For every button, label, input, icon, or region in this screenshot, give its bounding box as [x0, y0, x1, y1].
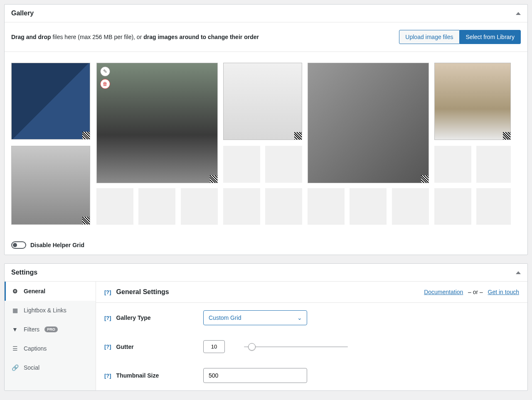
gear-icon: ⚙ — [11, 287, 19, 295]
settings-title: Settings — [11, 269, 37, 276]
grid-cell[interactable] — [350, 188, 387, 225]
nav-captions[interactable]: ☰ Captions — [5, 339, 96, 358]
grid-cell[interactable] — [476, 188, 511, 225]
collapse-icon[interactable] — [516, 271, 521, 274]
delete-image-icon[interactable]: 🗑 — [100, 79, 110, 89]
help-icon[interactable]: [?] — [104, 373, 111, 379]
grid-cell[interactable] — [223, 146, 260, 183]
gallery-image-6[interactable] — [434, 63, 511, 140]
nav-general[interactable]: ⚙ General — [5, 282, 96, 301]
gallery-image-4[interactable] — [223, 63, 302, 140]
upload-buttons: Upload image files Select from Library — [399, 30, 521, 44]
gutter-label: Gutter — [116, 344, 134, 350]
gallery-image-2[interactable] — [11, 146, 90, 225]
helper-grid-label: Disable Helper Grid — [30, 242, 84, 248]
select-library-button[interactable]: Select from Library — [460, 30, 521, 44]
resize-handle-icon[interactable] — [503, 132, 510, 140]
settings-panel: Settings ⚙ General ▦ Lightbox & Links ▼ … — [4, 263, 528, 391]
link-sep: – or – — [468, 289, 483, 295]
upload-files-button[interactable]: Upload image files — [399, 30, 459, 44]
gallery-dropzone[interactable]: ✎ 🗑 — [5, 52, 527, 236]
grid-cell[interactable] — [223, 188, 260, 225]
gutter-input[interactable] — [203, 340, 225, 353]
nav-general-label: General — [24, 288, 45, 294]
general-heading-row: [?] General Settings Documentation – or … — [96, 282, 527, 303]
grid-cell[interactable] — [434, 146, 471, 183]
gallery-type-row: [?] Gallery Type Custom Grid ⌄ — [96, 303, 527, 333]
gallery-panel: Gallery Drag and drop files here (max 25… — [4, 4, 528, 255]
upload-row: Drag and drop files here (max 256 MB per… — [5, 22, 527, 52]
help-icon[interactable]: [?] — [104, 344, 111, 350]
settings-body: ⚙ General ▦ Lightbox & Links ▼ Filters P… — [5, 282, 527, 390]
nav-filters[interactable]: ▼ Filters PRO — [5, 320, 96, 339]
grid-cell[interactable] — [476, 146, 511, 183]
grid-cell[interactable] — [308, 188, 345, 225]
upload-instructions: Drag and drop files here (max 256 MB per… — [11, 34, 259, 40]
grid-cell[interactable] — [265, 146, 302, 183]
drag-mid: files here (max 256 MB per file), or — [51, 34, 144, 40]
nav-lightbox-label: Lightbox & Links — [24, 307, 66, 314]
grid-cell[interactable] — [96, 188, 133, 225]
captions-icon: ☰ — [11, 345, 19, 352]
gallery-header: Gallery — [5, 5, 527, 22]
gallery-title: Gallery — [11, 10, 34, 17]
drag-prefix: Drag and drop — [11, 34, 51, 40]
settings-header: Settings — [5, 264, 527, 282]
resize-handle-icon[interactable] — [210, 175, 217, 183]
pro-badge: PRO — [44, 326, 58, 332]
nav-social[interactable]: 🔗 Social — [5, 358, 96, 377]
help-icon[interactable]: [?] — [104, 315, 111, 321]
grid-cell[interactable] — [392, 188, 429, 225]
gallery-image-1[interactable] — [11, 63, 90, 140]
grid-cell[interactable] — [265, 188, 302, 225]
contact-link[interactable]: Get in touch — [488, 289, 520, 295]
filter-icon: ▼ — [11, 326, 19, 333]
nav-captions-label: Captions — [24, 345, 47, 352]
drag-suffix: drag images around to change their order — [143, 34, 259, 40]
settings-sidebar: ⚙ General ▦ Lightbox & Links ▼ Filters P… — [5, 282, 96, 390]
helper-grid-row: Disable Helper Grid — [5, 236, 527, 255]
nav-filters-label: Filters — [24, 326, 39, 333]
nav-lightbox[interactable]: ▦ Lightbox & Links — [5, 301, 96, 320]
link-icon: 🔗 — [11, 364, 19, 371]
general-heading-label: General Settings — [116, 288, 169, 296]
helper-grid-toggle[interactable] — [11, 241, 26, 249]
general-heading: [?] General Settings — [104, 288, 169, 296]
resize-handle-icon[interactable] — [82, 217, 90, 224]
resize-handle-icon[interactable] — [421, 175, 429, 183]
resize-handle-icon[interactable] — [294, 132, 302, 140]
thumbnail-label: Thumbnail Size — [116, 372, 159, 379]
nav-social-label: Social — [24, 364, 39, 371]
grid-cell[interactable] — [434, 188, 471, 225]
thumbnail-input[interactable] — [203, 368, 307, 383]
collapse-icon[interactable] — [516, 12, 521, 15]
gutter-slider[interactable] — [244, 343, 348, 351]
thumbnail-row: [?] Thumbnail Size — [96, 361, 527, 390]
gallery-type-select[interactable]: Custom Grid — [203, 310, 307, 325]
slider-thumb[interactable] — [248, 343, 256, 351]
gallery-type-select-wrap: Custom Grid ⌄ — [203, 310, 307, 325]
resize-handle-icon[interactable] — [82, 132, 90, 139]
settings-main: [?] General Settings Documentation – or … — [96, 282, 527, 390]
edit-image-icon[interactable]: ✎ — [100, 66, 110, 76]
gallery-type-label: Gallery Type — [116, 314, 151, 321]
help-icon[interactable]: [?] — [104, 289, 111, 295]
gallery-image-3[interactable]: ✎ 🗑 — [96, 63, 218, 183]
grid-cell[interactable] — [138, 188, 175, 225]
gallery-image-5[interactable] — [308, 63, 429, 183]
doc-links: Documentation – or – Get in touch — [424, 289, 519, 295]
gallery-grid: ✎ 🗑 — [11, 63, 521, 229]
documentation-link[interactable]: Documentation — [424, 289, 463, 295]
lightbox-icon: ▦ — [11, 307, 19, 314]
grid-cell[interactable] — [181, 188, 218, 225]
slider-track — [244, 346, 348, 347]
gutter-row: [?] Gutter — [96, 333, 527, 361]
